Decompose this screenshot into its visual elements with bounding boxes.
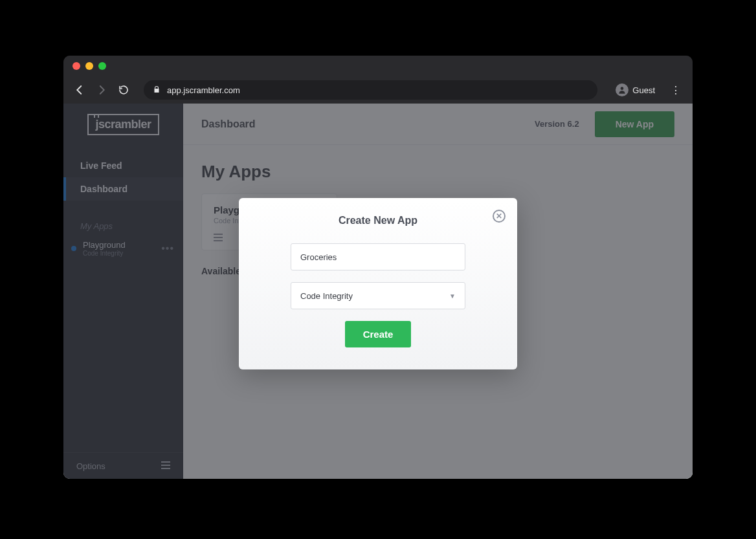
create-button[interactable]: Create	[345, 321, 412, 347]
app-type-selected: Code Integrity	[300, 291, 449, 301]
app-name-field[interactable]	[291, 243, 465, 270]
create-app-modal: ✕ Create New App Code Integrity ▼ Create	[239, 198, 517, 369]
window-max-dot[interactable]	[98, 62, 106, 70]
app-name-input[interactable]	[300, 252, 456, 262]
app-viewport: jscrambler Live Feed Dashboard My Apps P…	[63, 104, 693, 479]
app-type-select[interactable]: Code Integrity ▼	[291, 282, 465, 309]
window-min-dot[interactable]	[85, 62, 93, 70]
modal-overlay[interactable]: ✕ Create New App Code Integrity ▼ Create	[63, 104, 693, 479]
nav-forward-button[interactable]	[94, 83, 109, 97]
nav-back-button[interactable]	[72, 83, 87, 97]
close-icon: ✕	[496, 212, 502, 221]
lock-icon	[153, 85, 161, 95]
address-bar: app.jscrambler.com Guest ⋮	[63, 76, 693, 104]
browser-menu-button[interactable]: ⋮	[668, 84, 684, 96]
chevron-down-icon: ▼	[449, 292, 456, 300]
nav-reload-button[interactable]	[117, 83, 131, 97]
svg-point-0	[621, 87, 624, 90]
avatar-icon	[616, 83, 628, 96]
profile-chip[interactable]: Guest	[610, 81, 660, 99]
profile-label: Guest	[632, 85, 655, 95]
modal-title: Create New App	[257, 215, 499, 226]
modal-close-button[interactable]: ✕	[493, 210, 506, 223]
modal-actions: Create	[257, 321, 499, 347]
window-titlebar	[63, 56, 693, 76]
url-field[interactable]: app.jscrambler.com	[144, 80, 597, 100]
url-text: app.jscrambler.com	[167, 85, 240, 95]
window-close-dot[interactable]	[72, 62, 80, 70]
browser-window: app.jscrambler.com Guest ⋮ jscrambler Li…	[63, 56, 693, 479]
